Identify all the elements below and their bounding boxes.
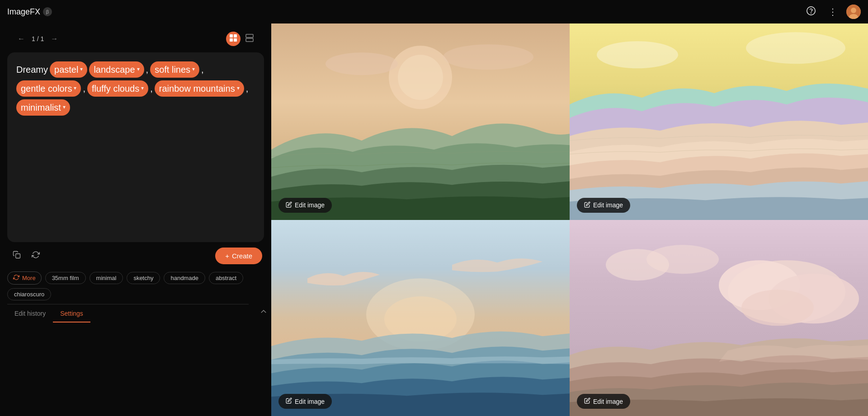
panel-bottom: + Create More 35mm xyxy=(7,242,264,302)
edit-image-button-3[interactable]: Edit image xyxy=(278,394,332,409)
actions-row: + Create xyxy=(7,248,264,264)
token-pill-soft-lines[interactable]: soft lines ▾ xyxy=(150,61,199,78)
svg-point-18 xyxy=(597,41,678,68)
svg-point-27 xyxy=(741,290,814,326)
app-name: ImageFX xyxy=(7,7,40,17)
chevron-down-icon: ▾ xyxy=(80,65,83,74)
svg-rect-6 xyxy=(234,34,237,37)
grid-view-button[interactable] xyxy=(226,32,241,46)
list-view-button[interactable] xyxy=(242,32,257,46)
token-pill-gentle-colors[interactable]: gentle colors ▾ xyxy=(16,80,81,97)
chevron-down-icon: ▾ xyxy=(192,65,195,74)
svg-point-0 xyxy=(807,6,815,14)
tab-settings[interactable]: Settings xyxy=(53,304,90,323)
svg-rect-8 xyxy=(234,38,237,42)
svg-rect-11 xyxy=(16,254,20,258)
style-tag-minimal[interactable]: minimal xyxy=(90,272,123,284)
svg-point-15 xyxy=(326,52,398,75)
style-tag-chiaroscuro[interactable]: chiaroscuro xyxy=(7,288,51,300)
svg-rect-5 xyxy=(230,34,233,37)
expand-icon[interactable] xyxy=(256,303,271,322)
svg-point-1 xyxy=(811,13,811,13)
list-icon xyxy=(245,34,254,44)
pencil-icon-3 xyxy=(286,397,292,405)
refresh-icon xyxy=(32,251,40,261)
copy-icon xyxy=(13,251,21,261)
svg-point-14 xyxy=(398,55,443,100)
plus-icon: + xyxy=(225,252,229,260)
refresh-button[interactable] xyxy=(28,248,43,264)
more-options-button[interactable]: ⋮ xyxy=(825,4,841,20)
token-pill-fluffy-clouds[interactable]: fluffy clouds ▾ xyxy=(87,80,148,97)
help-icon xyxy=(806,6,816,18)
topbar-right: ⋮ xyxy=(803,4,861,20)
edit-image-button-1[interactable]: Edit image xyxy=(278,198,332,213)
prompt-editor[interactable]: Dreamy pastel ▾ landscape ▾ , soft lines… xyxy=(7,52,264,242)
app-badge[interactable]: β xyxy=(43,7,52,16)
action-icons xyxy=(9,248,43,264)
topbar: ImageFX β ⋮ xyxy=(0,0,868,23)
svg-point-16 xyxy=(443,44,533,70)
more-options-icon: ⋮ xyxy=(828,6,837,17)
view-toggle-group xyxy=(226,32,257,46)
more-styles-button[interactable]: More xyxy=(7,271,42,285)
chevron-down-icon: ▾ xyxy=(137,65,140,74)
main-content: ← 1 / 1 → xyxy=(0,23,868,416)
image-cell-2: Edit image xyxy=(570,23,868,220)
token-pill-pastel[interactable]: pastel ▾ xyxy=(50,61,87,78)
page-indicator: 1 / 1 xyxy=(32,35,44,42)
pencil-icon-4 xyxy=(584,397,590,405)
style-tag-35mm[interactable]: 35mm film xyxy=(45,272,86,284)
image-cell-3: Edit image xyxy=(271,220,570,416)
style-tag-handmade[interactable]: handmade xyxy=(164,272,205,284)
create-button[interactable]: + Create xyxy=(215,248,262,264)
svg-rect-7 xyxy=(230,38,233,42)
next-page-button[interactable]: → xyxy=(47,32,61,46)
pagination-bar: ← 1 / 1 → xyxy=(7,29,264,49)
token-pill-rainbow-mountains[interactable]: rainbow mountains ▾ xyxy=(155,80,244,97)
topbar-left: ImageFX β xyxy=(7,7,52,17)
style-tag-sketchy[interactable]: sketchy xyxy=(127,272,160,284)
svg-rect-9 xyxy=(246,34,253,37)
image-cell-4: Edit image xyxy=(570,220,868,416)
chevron-down-icon: ▾ xyxy=(63,103,66,112)
chevron-down-icon: ▾ xyxy=(237,84,240,93)
svg-point-3 xyxy=(851,8,856,13)
panel-tabs-row: Edit history Settings xyxy=(0,302,271,323)
chevron-down-icon: ▾ xyxy=(141,84,144,93)
refresh-small-icon xyxy=(13,274,19,282)
svg-rect-10 xyxy=(246,38,253,42)
edit-image-button-2[interactable]: Edit image xyxy=(577,198,630,213)
image-cell-1: Edit image xyxy=(271,23,570,220)
token-pill-minimalist[interactable]: minimalist ▾ xyxy=(16,99,70,116)
tab-edit-history[interactable]: Edit history xyxy=(7,304,53,323)
svg-point-19 xyxy=(746,32,845,64)
more-label: More xyxy=(22,275,36,281)
copy-button[interactable] xyxy=(9,248,24,264)
chevron-down-icon: ▾ xyxy=(74,84,76,93)
prompt-tokens: Dreamy pastel ▾ landscape ▾ , soft lines… xyxy=(16,61,255,116)
grid-icon xyxy=(229,34,237,44)
pencil-icon xyxy=(286,201,292,209)
panel-tabs: Edit history Settings xyxy=(7,304,249,323)
edit-image-button-4[interactable]: Edit image xyxy=(577,394,630,409)
avatar[interactable] xyxy=(846,5,861,19)
token-pill-landscape[interactable]: landscape ▾ xyxy=(89,61,144,78)
style-tag-abstract[interactable]: abstract xyxy=(209,272,243,284)
style-suggestions: More 35mm film minimal sketchy handmade … xyxy=(7,270,264,302)
pencil-icon-2 xyxy=(584,201,590,209)
prev-page-button[interactable]: ← xyxy=(14,32,28,46)
token-plain-dreamy: Dreamy xyxy=(16,62,48,77)
help-button[interactable] xyxy=(803,4,819,20)
image-grid: Edit image xyxy=(271,23,868,416)
svg-point-29 xyxy=(646,245,719,274)
left-panel: ← 1 / 1 → xyxy=(0,23,271,416)
